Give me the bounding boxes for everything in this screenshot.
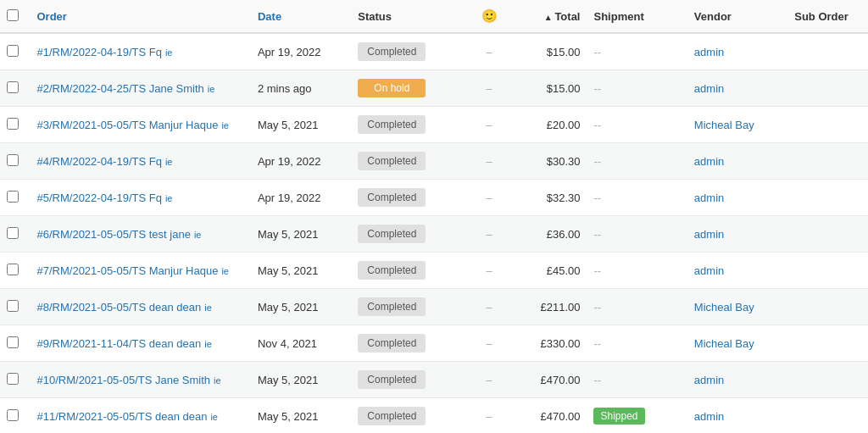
edit-icon-link[interactable]: ie bbox=[214, 375, 221, 386]
row-checkbox[interactable] bbox=[7, 264, 19, 275]
dash-value: – bbox=[486, 410, 492, 423]
order-link[interactable]: #4/RM/2022-04-19/TS Fq bbox=[37, 155, 162, 168]
row-checkbox[interactable] bbox=[7, 336, 19, 348]
suborder-cell bbox=[787, 70, 868, 107]
table-row: #1/RM/2022-04-19/TS FqieApr 19, 2022Comp… bbox=[0, 33, 868, 70]
vendor-link[interactable]: Micheal Bay bbox=[694, 119, 754, 131]
shipment-dash: -- bbox=[593, 337, 601, 350]
total-cell: £470.00 bbox=[507, 362, 587, 398]
vendor-link[interactable]: admin bbox=[694, 155, 724, 168]
dash-value: – bbox=[486, 46, 492, 58]
edit-icon-link[interactable]: ie bbox=[210, 412, 218, 422]
order-link[interactable]: #5/RM/2022-04-19/TS Fq bbox=[37, 192, 162, 204]
edit-icon-link[interactable]: ie bbox=[221, 120, 229, 130]
table-row: #4/RM/2022-04-19/TS FqieApr 19, 2022Comp… bbox=[0, 143, 868, 180]
shipment-cell: -- bbox=[587, 107, 687, 143]
order-link[interactable]: #11/RM/2021-05-05/TS dean dean bbox=[37, 410, 208, 423]
dash-value: – bbox=[486, 82, 492, 95]
suborder-cell bbox=[787, 325, 868, 362]
shipment-cell: -- bbox=[587, 289, 687, 325]
order-link[interactable]: #7/RM/2021-05-05/TS Manjur Haque bbox=[37, 264, 219, 277]
order-link[interactable]: #1/RM/2022-04-19/TS Fq bbox=[37, 46, 162, 58]
column-label-vendor: Vendor bbox=[694, 10, 732, 23]
suborder-cell bbox=[787, 107, 868, 143]
dash-value: – bbox=[486, 301, 492, 314]
edit-icon-link[interactable]: ie bbox=[221, 266, 229, 276]
edit-icon-link[interactable]: ie bbox=[165, 157, 173, 167]
row-checkbox[interactable] bbox=[7, 373, 19, 385]
status-badge: Completed bbox=[358, 297, 426, 316]
suborder-cell bbox=[787, 289, 868, 325]
vendor-cell: admin bbox=[687, 70, 787, 107]
edit-icon-link[interactable]: ie bbox=[208, 84, 215, 94]
vendor-link[interactable]: admin bbox=[694, 192, 724, 204]
row-checkbox[interactable] bbox=[7, 118, 19, 130]
order-cell: #9/RM/2021-11-04/TS dean deanie bbox=[31, 325, 251, 362]
status-cell: Completed bbox=[351, 180, 471, 216]
order-cell: #1/RM/2022-04-19/TS Fqie bbox=[31, 33, 251, 70]
table-row: #2/RM/2022-04-25/TS Jane Smithie2 mins a… bbox=[0, 70, 868, 107]
row-checkbox[interactable] bbox=[7, 300, 19, 312]
order-cell: #4/RM/2022-04-19/TS Fqie bbox=[31, 143, 251, 180]
shipment-dash: -- bbox=[593, 192, 601, 204]
vendor-link[interactable]: admin bbox=[694, 264, 724, 277]
order-link[interactable]: #9/RM/2021-11-04/TS dean dean bbox=[37, 337, 202, 350]
vendor-link[interactable]: admin bbox=[694, 82, 724, 95]
column-label-suborder: Sub Order bbox=[794, 10, 849, 23]
vendor-link[interactable]: admin bbox=[694, 410, 724, 423]
select-all-header[interactable] bbox=[0, 0, 31, 33]
shipment-cell: -- bbox=[587, 216, 687, 253]
total-cell: $15.00 bbox=[507, 33, 587, 70]
table-row: #8/RM/2021-05-05/TS dean deanieMay 5, 20… bbox=[0, 289, 868, 325]
row-checkbox[interactable] bbox=[7, 154, 19, 166]
icon-cell: – bbox=[471, 362, 506, 398]
status-cell: Completed bbox=[351, 325, 471, 362]
total-cell: £36.00 bbox=[507, 216, 587, 253]
suborder-cell bbox=[787, 362, 868, 398]
column-header-total[interactable]: Total bbox=[507, 0, 587, 33]
shipment-dash: -- bbox=[593, 119, 601, 131]
total-cell: $15.00 bbox=[507, 70, 587, 107]
column-header-suborder: Sub Order bbox=[787, 0, 868, 33]
edit-icon-link[interactable]: ie bbox=[165, 193, 173, 203]
edit-icon-link[interactable]: ie bbox=[204, 339, 212, 349]
edit-icon-link[interactable]: ie bbox=[204, 303, 212, 313]
order-link[interactable]: #6/RM/2021-05-05/TS test jane bbox=[37, 228, 191, 241]
column-header-order[interactable]: Order bbox=[31, 0, 251, 33]
vendor-link[interactable]: Micheal Bay bbox=[694, 301, 754, 314]
row-checkbox[interactable] bbox=[7, 227, 19, 239]
vendor-link[interactable]: admin bbox=[694, 374, 724, 386]
column-header-status: Status bbox=[351, 0, 471, 33]
icon-cell: – bbox=[471, 253, 506, 289]
select-all-checkbox[interactable] bbox=[7, 9, 19, 21]
status-badge: Completed bbox=[358, 261, 426, 280]
date-cell: Apr 19, 2022 bbox=[251, 33, 351, 70]
edit-icon-link[interactable]: ie bbox=[194, 230, 202, 240]
row-checkbox[interactable] bbox=[7, 409, 19, 421]
row-checkbox[interactable] bbox=[7, 191, 19, 203]
order-link[interactable]: #10/RM/2021-05-05/TS Jane Smith bbox=[37, 374, 211, 386]
shipment-cell: Shipped bbox=[587, 398, 687, 434]
vendor-link[interactable]: admin bbox=[694, 46, 724, 58]
dash-value: – bbox=[486, 374, 492, 386]
column-header-date[interactable]: Date bbox=[251, 0, 351, 33]
vendor-cell: admin bbox=[687, 143, 787, 180]
suborder-cell bbox=[787, 33, 868, 70]
status-badge: Completed bbox=[358, 188, 426, 207]
vendor-link[interactable]: Micheal Bay bbox=[694, 337, 754, 350]
row-checkbox[interactable] bbox=[7, 81, 19, 93]
column-header-icon: 🙂 bbox=[471, 0, 506, 33]
suborder-cell bbox=[787, 143, 868, 180]
order-link[interactable]: #8/RM/2021-05-05/TS dean dean bbox=[37, 301, 202, 314]
order-link[interactable]: #2/RM/2022-04-25/TS Jane Smith bbox=[37, 82, 204, 95]
row-checkbox-cell bbox=[0, 289, 31, 325]
suborder-cell bbox=[787, 216, 868, 253]
status-cell: Completed bbox=[351, 289, 471, 325]
vendor-cell: admin bbox=[687, 180, 787, 216]
edit-icon-link[interactable]: ie bbox=[165, 47, 173, 58]
row-checkbox[interactable] bbox=[7, 45, 19, 57]
order-link[interactable]: #3/RM/2021-05-05/TS Manjur Haque bbox=[37, 119, 219, 131]
column-label-status: Status bbox=[358, 10, 392, 23]
vendor-link[interactable]: admin bbox=[694, 228, 724, 241]
status-badge: Completed bbox=[358, 42, 426, 61]
